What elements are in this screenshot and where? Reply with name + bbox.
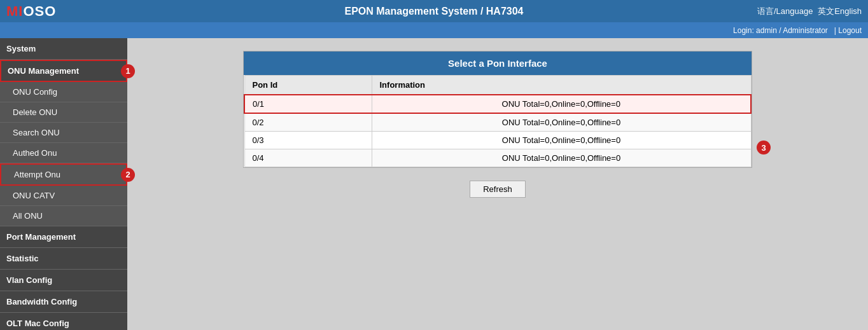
sidebar-item-onu-catv[interactable]: ONU CATV — [0, 186, 127, 206]
info-cell: ONU Total=0,Online=0,Offline=0 — [372, 149, 751, 167]
content-area: Select a Pon Interface Pon Id Informatio… — [127, 38, 868, 330]
info-cell: ONU Total=0,Online=0,Offline=0 — [372, 132, 751, 149]
table-row[interactable]: 0/1ONU Total=0,Online=0,Offline=0 — [244, 95, 751, 113]
sidebar-item-wrapper-onu-config: ONU Config — [0, 82, 127, 102]
pon-id-cell: 0/4 — [244, 149, 372, 167]
sidebar-item-statistic[interactable]: Statistic — [0, 248, 127, 270]
sidebar-item-system[interactable]: System — [0, 38, 127, 60]
header-bottom: Login: admin / Administrator | Logout — [0, 22, 868, 38]
sidebar-item-wrapper-system: System — [0, 38, 127, 60]
pon-table-title: Select a Pon Interface — [244, 52, 752, 75]
sidebar-item-wrapper-delete-onu: Delete ONU — [0, 102, 127, 123]
language-value[interactable]: 英文English — [818, 6, 862, 17]
logout-link[interactable]: | Logout — [834, 26, 862, 35]
refresh-area: Refresh — [140, 181, 855, 198]
col-information: Information — [372, 76, 751, 95]
sidebar-item-delete-onu[interactable]: Delete ONU — [0, 102, 127, 123]
badge-3: 3 — [757, 141, 771, 155]
main-layout: SystemONU Management1ONU ConfigDelete ON… — [0, 38, 868, 330]
table-row[interactable]: 0/4ONU Total=0,Online=0,Offline=0 — [244, 149, 751, 167]
sidebar-item-wrapper-bandwidth-config: Bandwidth Config — [0, 291, 127, 313]
header-title: EPON Management System / HA7304 — [345, 6, 524, 17]
sidebar-item-vlan-config[interactable]: Vlan Config — [0, 270, 127, 291]
sidebar-item-wrapper-vlan-config: Vlan Config — [0, 270, 127, 291]
info-cell: ONU Total=0,Online=0,Offline=0 — [372, 113, 751, 132]
login-info: Login: admin / Administrator — [733, 26, 828, 35]
sidebar-item-onu-config[interactable]: ONU Config — [0, 82, 127, 102]
pon-id-cell: 0/1 — [244, 95, 372, 113]
sidebar-item-olt-mac-config[interactable]: OLT Mac Config — [0, 313, 127, 330]
sidebar-item-onu-management[interactable]: ONU Management — [0, 60, 127, 82]
sidebar-item-wrapper-attempt-onu: Attempt Onu2 — [0, 163, 127, 186]
language-label: 语言/Language — [757, 6, 813, 17]
pon-id-cell: 0/3 — [244, 132, 372, 149]
logo: MIOSO — [6, 3, 56, 20]
sidebar-item-wrapper-olt-mac-config: OLT Mac Config — [0, 313, 127, 330]
badge-2: 2 — [121, 168, 135, 182]
col-pon-id: Pon Id — [244, 76, 372, 95]
sidebar-item-wrapper-onu-management: ONU Management1 — [0, 60, 127, 82]
pon-id-cell: 0/2 — [244, 113, 372, 132]
sidebar-item-all-onu[interactable]: All ONU — [0, 206, 127, 226]
sidebar-item-wrapper-port-management: Port Management — [0, 226, 127, 248]
table-row[interactable]: 0/2ONU Total=0,Online=0,Offline=0 — [244, 113, 751, 132]
sidebar-item-port-management[interactable]: Port Management — [0, 226, 127, 248]
info-cell: ONU Total=0,Online=0,Offline=0 — [372, 95, 751, 113]
table-row[interactable]: 0/3ONU Total=0,Online=0,Offline=0 — [244, 132, 751, 149]
sidebar-item-wrapper-statistic: Statistic — [0, 248, 127, 270]
sidebar: SystemONU Management1ONU ConfigDelete ON… — [0, 38, 127, 330]
pon-interface-table: Pon Id Information 0/1ONU Total=0,Online… — [244, 75, 752, 167]
sidebar-item-wrapper-all-onu: All ONU — [0, 206, 127, 226]
sidebar-item-wrapper-authed-onu: Authed Onu — [0, 143, 127, 163]
header-lang: 语言/Language 英文English — [757, 6, 862, 17]
badge-1: 1 — [121, 64, 135, 78]
sidebar-item-attempt-onu[interactable]: Attempt Onu — [0, 163, 127, 186]
sidebar-item-wrapper-search-onu: Search ONU — [0, 123, 127, 143]
sidebar-item-authed-onu[interactable]: Authed Onu — [0, 143, 127, 163]
sidebar-item-wrapper-onu-catv: ONU CATV — [0, 186, 127, 206]
pon-table-container: Select a Pon Interface Pon Id Informatio… — [243, 51, 752, 168]
sidebar-item-search-onu[interactable]: Search ONU — [0, 123, 127, 143]
sidebar-item-bandwidth-config[interactable]: Bandwidth Config — [0, 291, 127, 313]
logo-text: MIOSO — [6, 3, 56, 20]
refresh-button[interactable]: Refresh — [470, 181, 526, 198]
